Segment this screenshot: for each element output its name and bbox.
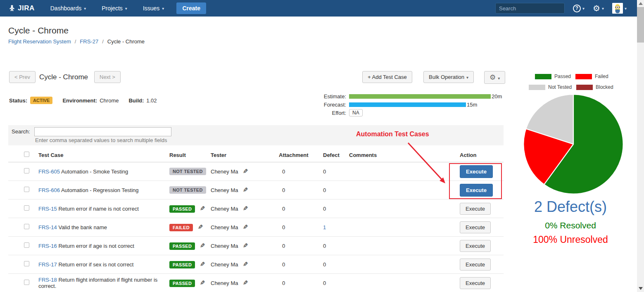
table-row: FRS-605 Automation - Smoke Testing NOT T…: [8, 162, 504, 181]
result-badge[interactable]: NOT TESTED: [169, 186, 206, 194]
build-value: 1.02: [146, 97, 157, 104]
row-checkbox[interactable]: [24, 242, 29, 248]
result-badge[interactable]: PASSED: [169, 242, 195, 250]
attachment-count: 0: [276, 261, 320, 268]
forecast-bar: [349, 102, 466, 107]
nav-menu-issues[interactable]: Issues▾: [143, 5, 164, 12]
edit-result-pencil-icon[interactable]: ✎: [200, 261, 205, 268]
execute-button[interactable]: Execute: [460, 259, 491, 271]
row-checkbox[interactable]: [24, 168, 29, 173]
table-row: FRS-14 Valid the bank name FAILED ✎ Chen…: [8, 218, 504, 237]
result-badge[interactable]: PASSED: [169, 261, 195, 268]
header-result[interactable]: Result: [166, 152, 207, 158]
nav-menu-dashboards[interactable]: Dashboards▾: [50, 5, 86, 12]
test-case-link[interactable]: FRS-15: [38, 206, 57, 212]
jira-logo[interactable]: JIRA: [8, 4, 35, 12]
select-all-checkbox[interactable]: [24, 152, 29, 157]
effort-value[interactable]: NA: [349, 109, 363, 116]
row-checkbox[interactable]: [24, 187, 29, 192]
edit-tester-pencil-icon[interactable]: ✎: [243, 279, 248, 287]
header-test-case[interactable]: Test Case: [35, 152, 166, 158]
header-attachment[interactable]: Attachment: [276, 152, 320, 158]
edit-result-pencil-icon[interactable]: ✎: [200, 205, 205, 212]
edit-result-pencil-icon[interactable]: ✎: [198, 223, 203, 231]
nav-menu-projects[interactable]: Projects▾: [102, 5, 127, 12]
table-row: FRS-18 Return flight information if flig…: [8, 274, 504, 292]
create-button[interactable]: Create: [176, 2, 206, 14]
status-badge: ACTIVE: [30, 97, 52, 104]
execute-button[interactable]: Execute: [460, 277, 491, 289]
table-row: FRS-17 Return error if sex is not correc…: [8, 255, 504, 274]
edit-tester-pencil-icon[interactable]: ✎: [243, 205, 248, 212]
table-row: FRS-15 Return error if name is not corre…: [8, 199, 504, 218]
defect-count: 0: [320, 280, 346, 286]
edit-tester-pencil-icon[interactable]: ✎: [243, 168, 248, 175]
defect-count-text: 2 Defect(s): [516, 198, 625, 216]
execute-button[interactable]: Execute: [460, 184, 493, 197]
search-input[interactable]: [499, 5, 572, 12]
result-badge[interactable]: FAILED: [169, 224, 193, 231]
defect-summary: 2 Defect(s) 0% Resolved 100% Unresolved: [516, 198, 625, 245]
defect-unresolved-text: 100% Unresolved: [516, 234, 625, 245]
chevron-down-icon: ▾: [498, 76, 500, 81]
legend-label: Not Tested: [548, 84, 572, 90]
header-defect[interactable]: Defect: [320, 152, 346, 158]
row-checkbox[interactable]: [24, 280, 29, 285]
attachment-count: 0: [276, 243, 320, 249]
row-checkbox[interactable]: [24, 205, 29, 211]
defect-count: 0: [320, 187, 346, 193]
test-case-link[interactable]: FRS-14: [38, 224, 57, 230]
execution-pie-chart: [523, 93, 624, 195]
breadcrumb-item[interactable]: FRS-27: [80, 38, 98, 45]
estimate-bar: [349, 94, 491, 99]
prev-button[interactable]: < Prev: [9, 71, 36, 83]
edit-tester-pencil-icon[interactable]: ✎: [243, 261, 248, 268]
test-case-link[interactable]: FRS-16: [38, 243, 57, 249]
status-label: Status:: [9, 97, 27, 104]
execute-button[interactable]: Execute: [460, 221, 491, 233]
execute-button[interactable]: Execute: [460, 240, 491, 252]
breadcrumb-separator: /: [75, 38, 76, 45]
cycle-settings-button[interactable]: ⚙▾: [484, 71, 505, 84]
chevron-down-icon: ▾: [84, 6, 86, 11]
test-case-link[interactable]: FRS-606: [38, 187, 60, 193]
legend-item-blocked: Blocked: [576, 84, 613, 90]
user-menu[interactable]: ▾: [612, 3, 627, 14]
scrollbar-up-arrow[interactable]: [637, 0, 644, 7]
vertical-scrollbar[interactable]: [637, 0, 644, 292]
test-case-link[interactable]: FRS-17: [38, 261, 57, 268]
table-search-input[interactable]: [34, 127, 171, 136]
annotation-text: Automation Test Cases: [356, 131, 429, 138]
test-case-link[interactable]: FRS-605: [38, 169, 60, 175]
bulk-operation-button[interactable]: Bulk Operation▾: [423, 71, 474, 83]
test-case-link[interactable]: FRS-18: [38, 277, 57, 283]
edit-tester-pencil-icon[interactable]: ✎: [243, 186, 248, 194]
forecast-value: 15m: [467, 102, 477, 108]
scrollbar-thumb[interactable]: [637, 7, 644, 43]
result-badge[interactable]: PASSED: [169, 205, 195, 213]
execute-button[interactable]: Execute: [460, 203, 491, 215]
edit-tester-pencil-icon[interactable]: ✎: [243, 242, 248, 249]
header-action: Action: [448, 152, 504, 158]
header-tester[interactable]: Tester: [207, 152, 276, 158]
add-test-case-button[interactable]: + Add Test Case: [362, 71, 412, 83]
next-button[interactable]: Next >: [94, 71, 121, 83]
result-badge[interactable]: PASSED: [169, 280, 195, 287]
chevron-down-icon: ▾: [125, 6, 127, 11]
tester-name: Cheney Ma: [211, 169, 238, 175]
edit-tester-pencil-icon[interactable]: ✎: [243, 223, 248, 231]
breadcrumb-item[interactable]: Flight Reservation System: [8, 38, 71, 45]
help-menu[interactable]: ? ▾: [573, 5, 585, 12]
admin-menu[interactable]: ⚙ ▾: [593, 4, 604, 12]
header-comments[interactable]: Comments: [346, 152, 448, 158]
row-checkbox[interactable]: [24, 261, 29, 266]
avatar: [612, 3, 623, 14]
estimate-label: Estimate:: [322, 93, 346, 100]
scrollbar-down-arrow[interactable]: [637, 285, 644, 292]
edit-result-pencil-icon[interactable]: ✎: [200, 242, 205, 249]
result-badge[interactable]: NOT TESTED: [169, 168, 206, 175]
edit-result-pencil-icon[interactable]: ✎: [200, 279, 205, 287]
nav-menus: Dashboards▾Projects▾Issues▾: [50, 5, 164, 12]
execute-button[interactable]: Execute: [460, 165, 493, 178]
row-checkbox[interactable]: [24, 224, 29, 229]
